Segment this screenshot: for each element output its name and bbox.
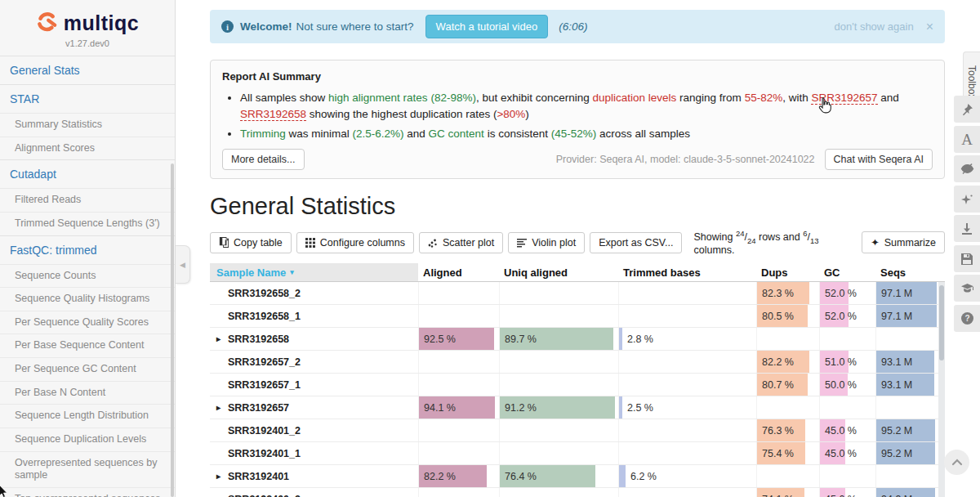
welcome-label: Welcome! [240,20,292,33]
chat-seqera-button[interactable]: Chat with Seqera AI [825,149,933,170]
ai-text-segment: duplication levels [593,92,677,104]
sample-name-cell[interactable]: SRR3192401_1 [210,442,418,464]
table-header-row: Sample Name▾AlignedUniq alignedTrimmed b… [210,263,945,282]
chevron-up-icon [951,459,963,466]
sample-name: SRR3192401_2 [228,425,301,437]
sample-name-cell[interactable]: SRR3192658_2 [210,282,418,304]
table-cell-uniq: 76.4 % [499,465,618,487]
sample-name-cell[interactable]: SRR3192657_2 [210,351,418,373]
sidebar-item-cutadapt[interactable]: Cutadapt [0,159,175,188]
table-cell-aligned: 94.1 % [418,396,499,419]
sort-caret-icon: ▾ [290,268,294,276]
table-cell-seqs: 97.1 M [875,282,938,304]
sidebar-item-per-base-n-content[interactable]: Per Base N Content [0,381,175,405]
cell-value: 45.0 % [820,442,875,464]
column-header-name[interactable]: Sample Name▾ [210,263,418,281]
violin-plot-button[interactable]: Violin plot [508,232,585,253]
sidebar-item-sequence-duplication-levels[interactable]: Sequence Duplication Levels [0,428,175,451]
sample-name-cell[interactable]: SRR3192658_1 [210,305,418,327]
sidebar-nav: General StatsSTARSummary StatisticsAlign… [0,56,175,497]
pin-icon[interactable] [954,96,980,123]
table-cell-aligned [418,305,499,327]
info-icon: i [221,20,234,33]
sample-name: SRR3192658 [228,334,289,345]
export-csv-button[interactable]: Export as CSV... [590,232,682,253]
sidebar-item-per-sequence-quality-scores[interactable]: Per Sequence Quality Scores [0,311,175,334]
sidebar-item-sequence-quality-histograms[interactable]: Sequence Quality Histograms [0,287,175,311]
sample-link[interactable]: SRR3192658 [240,108,306,121]
cell-value: 82.2 % [757,351,819,373]
column-header-gc[interactable]: GC [819,263,875,281]
expand-caret-icon[interactable]: ▸ [216,472,228,481]
sample-name-cell[interactable]: SRR3192401_2 [210,419,418,441]
table-cell-uniq [499,351,618,373]
table-cell-aligned [418,282,499,304]
table-cell-trimmed [618,305,756,327]
dont-show-again-link[interactable]: don't show again [834,20,913,33]
sidebar-item-trimmed-sequence-lengths-3-[interactable]: Trimmed Sequence Lengths (3') [0,212,175,235]
ai-sparkle-icon[interactable] [954,186,980,213]
sidebar-item-summary-statistics[interactable]: Summary Statistics [0,113,175,137]
sample-name-cell[interactable]: SRR3192400_2 [210,488,418,497]
cell-value: 80.5 % [757,305,819,327]
sidebar-item-general-stats[interactable]: General Stats [0,56,175,84]
scatter-plot-button[interactable]: Scatter plot [419,232,503,253]
table-row: SRR3192401_175.4 %45.0 %95.2 M [210,442,945,465]
more-details-button[interactable]: More details... [222,149,305,170]
highlight-text-icon[interactable]: A [954,126,980,153]
column-header-uniq[interactable]: Uniq aligned [499,263,618,281]
scroll-to-top-button[interactable] [944,450,969,475]
table-cell-gc: 45.0 % [819,442,875,464]
table-cell-seqs: 94.9 M [875,488,938,497]
expand-caret-icon[interactable]: ▸ [216,403,228,412]
close-icon[interactable]: × [926,20,933,34]
sidebar-item-overrepresented-sequences-by-sample[interactable]: Overrepresented sequences by sample [0,451,175,487]
ai-summary-list: All samples show high alignment rates (8… [227,90,933,142]
sidebar-item-sequence-length-distribution[interactable]: Sequence Length Distribution [0,404,175,428]
sample-name-cell[interactable]: ▸SRR3192658 [210,328,418,350]
sample-name-cell[interactable]: ▸SRR3192401 [210,465,418,487]
sidebar-item-per-sequence-gc-content[interactable]: Per Sequence GC Content [0,357,175,381]
copy-table-button[interactable]: Copy table [210,232,292,253]
sparkle-icon: ✦ [871,236,879,248]
table-cell-trimmed [618,282,756,304]
configure-columns-button[interactable]: Configure columns [296,232,414,253]
save-icon[interactable] [954,245,980,272]
table-row: SRR3192658_282.3 %52.0 %97.1 M [210,282,945,305]
watch-tutorial-button[interactable]: Watch a tutorial video [425,15,549,38]
hide-samples-icon[interactable] [954,155,980,182]
column-header-seqs[interactable]: Seqs [875,263,938,281]
sidebar-item-filtered-reads[interactable]: Filtered Reads [0,188,175,212]
table-cell-dups: 75.4 % [756,442,819,464]
tutorial-icon[interactable] [954,275,980,302]
cell-value: 6.2 % [619,465,756,487]
sidebar-item-top-overrepresented-sequences[interactable]: Top overrepresented sequences [0,487,175,497]
table-cell-seqs [875,328,938,350]
grid-icon [305,238,315,248]
sidebar-item-sequence-counts[interactable]: Sequence Counts [0,264,175,288]
table-cell-uniq [499,374,618,396]
table-cell-seqs [875,396,938,419]
cell-value: 50.0 % [820,374,875,396]
sidebar-item-fastqc-trimmed[interactable]: FastQC: trimmed [0,235,175,264]
download-icon[interactable] [954,215,980,242]
expand-caret-icon[interactable]: ▸ [216,334,228,343]
summarize-button[interactable]: ✦ Summarize [862,231,945,253]
sample-name-cell[interactable]: ▸SRR3192657 [210,396,418,419]
sample-link[interactable]: SRR3192657 [811,92,877,105]
column-header-dups[interactable]: Dups [756,263,819,281]
sidebar-item-per-base-sequence-content[interactable]: Per Base Sequence Content [0,334,175,357]
help-icon[interactable]: ? [954,305,980,332]
sidebar-item-alignment-scores[interactable]: Alignment Scores [0,137,175,160]
sidebar-scrollbar[interactable] [171,163,174,497]
sample-name-cell[interactable]: SRR3192657_1 [210,374,418,396]
table-cell-dups [756,396,819,419]
cell-value: 97.1 M [876,305,938,327]
sidebar-collapse-handle[interactable]: ◀ [176,245,190,284]
column-header-aligned[interactable]: Aligned [418,263,499,281]
sidebar-item-star[interactable]: STAR [0,84,175,113]
app-logo[interactable]: multiqc v1.27.dev0 [0,0,175,56]
column-header-trimmed[interactable]: Trimmed bases [618,263,756,281]
table-cell-trimmed [618,442,756,464]
ai-text-segment: and [404,128,429,140]
